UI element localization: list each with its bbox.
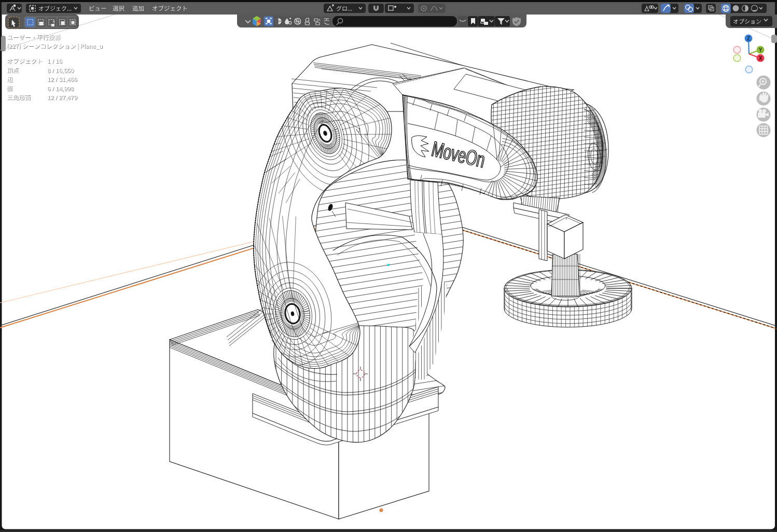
svg-text:Z: Z — [747, 36, 750, 41]
svg-text:Y: Y — [759, 47, 762, 53]
svg-text:12 / 31,466: 12 / 31,466 — [47, 76, 77, 82]
svg-text:1 / 16: 1 / 16 — [47, 58, 62, 64]
svg-text:6 / 14,998: 6 / 14,998 — [47, 86, 74, 92]
svg-text:8 / 16,550: 8 / 16,550 — [47, 67, 74, 74]
svg-text:12 / 27,479: 12 / 27,479 — [47, 94, 77, 101]
svg-text:X: X — [759, 55, 762, 61]
